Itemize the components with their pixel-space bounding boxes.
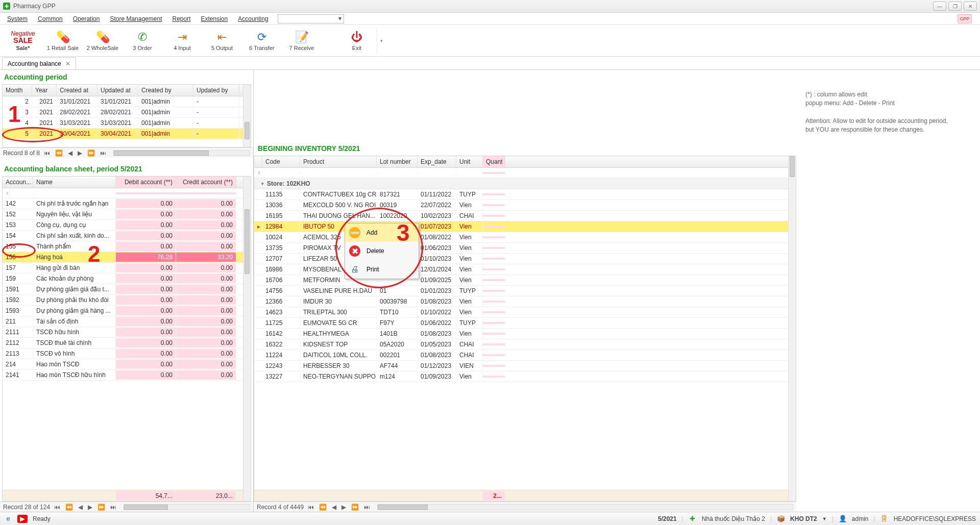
balance-row[interactable]: 157Hàng gửi đi bán0.000.00 <box>3 263 251 273</box>
balance-row[interactable]: 2112TSCĐ thuê tài chính0.000.00 <box>3 338 251 348</box>
inventory-row[interactable]: 16195THAI DUONG GEL HAN...1002202010/02/… <box>254 211 796 221</box>
balance-filter-row[interactable]: ♀ <box>3 188 251 198</box>
nav-prev[interactable]: ◀ <box>331 504 337 511</box>
nav-first[interactable]: ⏮ <box>43 149 51 157</box>
inventory-row[interactable]: 12243HERBESSER 30AF74401/12/2023VIEN <box>254 361 796 371</box>
nav-prevpage[interactable]: ⏪ <box>64 504 74 511</box>
inventory-grid[interactable]: Code Product Lot number Exp_date Unit Qu… <box>254 156 796 502</box>
inventory-filter-row[interactable]: ♀ <box>254 168 796 178</box>
inventory-row[interactable]: 14756VASELINE PURE H.DAU0101/01/2023TUYP <box>254 286 796 296</box>
maximize-button[interactable]: ❐ <box>948 2 962 11</box>
nav-first[interactable]: ⏮ <box>53 504 61 511</box>
sale-button[interactable]: Negative SALE Sale* <box>3 26 43 56</box>
collapse-icon[interactable]: ▾ <box>261 181 264 186</box>
col-updatedby[interactable]: Updated by <box>193 85 239 96</box>
ctx-print[interactable]: 🖨 Print <box>345 260 419 279</box>
balance-row[interactable]: 214Hao mòn TSCĐ0.000.00 <box>3 359 251 370</box>
col-exp[interactable]: Exp_date <box>418 156 456 167</box>
col-createdby[interactable]: Created by <box>138 85 193 96</box>
balance-row[interactable]: 2141Hao mòn TSCĐ hữu hình0.000.00 <box>3 370 251 381</box>
balance-row[interactable]: 154Chi phí sản xuất, kinh do...0.000.00 <box>3 231 251 241</box>
menu-report[interactable]: Report <box>167 14 195 24</box>
nav-nextpage[interactable]: ⏩ <box>350 504 360 511</box>
ie-icon[interactable]: e <box>4 515 12 523</box>
nav-next[interactable]: ▶ <box>340 504 347 511</box>
inventory-hscroll[interactable] <box>377 504 793 510</box>
col-account[interactable]: Accoun... <box>3 177 33 188</box>
balance-row[interactable]: 153Công cụ, dụng cụ0.000.00 <box>3 220 251 231</box>
period-grid[interactable]: Month Year Created at Updated at Created… <box>2 84 251 147</box>
menu-system[interactable]: System <box>2 14 33 24</box>
menu-common[interactable]: Common <box>33 14 68 24</box>
nav-first[interactable]: ⏮ <box>307 504 315 511</box>
youtube-icon[interactable]: ▶ <box>17 515 28 523</box>
inventory-row[interactable]: 13735PIROMAX TV01/06/2023Vien <box>254 243 796 254</box>
col-code[interactable]: Code <box>262 156 300 167</box>
menu-accounting[interactable]: Accounting <box>233 14 273 24</box>
nav-prev[interactable]: ◀ <box>77 504 84 511</box>
inventory-row[interactable]: 11224DAITICOL 10ML COLL.00220101/08/2023… <box>254 350 796 361</box>
inventory-row[interactable]: 14623TRILEPTAL 300TDT1001/10/2022Vien <box>254 307 796 318</box>
nav-nextpage[interactable]: ⏩ <box>96 504 106 511</box>
col-year[interactable]: Year <box>32 85 57 96</box>
col-updated[interactable]: Updated at <box>97 85 138 96</box>
balance-row[interactable]: 2111TSCĐ hữu hình0.000.00 <box>3 327 251 338</box>
nav-prevpage[interactable]: ⏪ <box>54 149 64 157</box>
inventory-row[interactable]: 13227NEO-TERGYNAN SUPPO.m12401/09/2023Vi… <box>254 371 796 382</box>
col-created[interactable]: Created at <box>57 85 97 96</box>
period-row[interactable]: 2202131/01/202131/01/2021001|admin- <box>3 96 251 107</box>
balance-row[interactable]: 159Các khoản dự phòng0.000.00 <box>3 273 251 284</box>
transfer-button[interactable]: ⟳ 6 Transfer <box>242 26 282 56</box>
period-row[interactable]: 3202128/02/202128/02/2021001|admin- <box>3 107 251 118</box>
nav-last[interactable]: ⏭ <box>363 504 371 511</box>
output-button[interactable]: ⇤ 5 Output <box>202 26 242 56</box>
col-credit[interactable]: Credit account (**) <box>176 177 236 188</box>
toolbar-overflow[interactable]: ▾ <box>377 28 386 54</box>
input-button[interactable]: ⇥ 4 Input <box>162 26 202 56</box>
col-product[interactable]: Product <box>300 156 377 167</box>
menu-operation[interactable]: Operation <box>68 14 105 24</box>
nav-last[interactable]: ⏭ <box>99 149 107 157</box>
nav-prevpage[interactable]: ⏪ <box>318 504 328 511</box>
balance-row[interactable]: 155Thành phẩm0.000.00 <box>3 241 251 252</box>
inventory-row[interactable]: 16706METFORMIN01/09/2025Vien <box>254 275 796 286</box>
inventory-row[interactable]: 16142HEALTHYMEGA1401B01/08/2023Vien <box>254 329 796 339</box>
inventory-row[interactable]: ▸12984IBUTOP 5000072001/07/2023Vien <box>254 221 796 232</box>
nav-last[interactable]: ⏭ <box>109 504 117 511</box>
col-unit[interactable]: Unit <box>456 156 483 167</box>
balance-row[interactable]: 156Hàng hoá76.2833.20 <box>3 252 251 263</box>
order-button[interactable]: ✆ 3 Order <box>122 26 162 56</box>
col-lot[interactable]: Lot number <box>377 156 418 167</box>
inventory-row[interactable]: 11725EUMOVATE 5G CRF97Y01/06/2022TUYP <box>254 318 796 329</box>
ctx-delete[interactable]: ✖ Delete <box>345 242 419 260</box>
receive-button[interactable]: 📝 7 Receive <box>282 26 322 56</box>
balance-row[interactable]: 1592Dự phòng phải thu khó đòi0.000.00 <box>3 295 251 306</box>
exit-button[interactable]: ⏻ Exit <box>337 26 377 56</box>
ctx-add[interactable]: new Add <box>345 223 419 242</box>
store-group-row[interactable]: ▾ Store: 102KHO <box>254 178 796 189</box>
wholesale-button[interactable]: 💊 2 WholeSale <box>83 26 122 56</box>
inventory-row[interactable]: 12707LIFEZAR 5001/10/2023Vien <box>254 254 796 264</box>
nav-next[interactable]: ▶ <box>87 504 93 511</box>
inventory-row[interactable]: 10024ACEMOL 32501/08/2022Vien <box>254 232 796 243</box>
tab-close-icon[interactable]: ✕ <box>65 60 70 67</box>
col-month[interactable]: Month <box>3 85 32 96</box>
balance-row[interactable]: 152Nguyên liệu, vật liệu0.000.00 <box>3 209 251 220</box>
balance-row[interactable]: 1591Dự phòng giảm giá đầu t...0.000.00 <box>3 284 251 295</box>
balance-row[interactable]: 211Tài sản cố định0.000.00 <box>3 316 251 327</box>
balance-vscroll[interactable] <box>243 177 251 501</box>
balance-row[interactable]: 142Chi phí trả trước ngắn hạn0.000.00 <box>3 198 251 209</box>
col-name[interactable]: Name <box>33 177 116 188</box>
retail-sale-button[interactable]: 💊 1 Retail Sale <box>43 26 83 56</box>
menu-store[interactable]: Store Management <box>105 14 167 24</box>
tab-accounting-balance[interactable]: Accounting balance ✕ <box>2 57 76 69</box>
balance-grid[interactable]: Accoun... Name Debit account (**) Credit… <box>2 176 251 502</box>
inventory-row[interactable]: 13036MEXCOLD 500 V. NG ROI0031922/07/202… <box>254 200 796 211</box>
inventory-row[interactable]: 11135CONTRACTUBEX 10g CR.81732101/11/202… <box>254 189 796 200</box>
balance-row[interactable]: 1593Dự phòng giảm giá hàng ...0.000.00 <box>3 306 251 316</box>
period-row[interactable]: 5202130/04/202130/04/2021001|admin- <box>3 129 251 139</box>
nav-prev[interactable]: ◀ <box>67 149 74 157</box>
period-row[interactable]: 4202131/03/202131/03/2021001|admin- <box>3 118 251 129</box>
period-vscroll[interactable] <box>243 85 251 147</box>
balance-row[interactable]: 2113TSCĐ vô hình0.000.00 <box>3 348 251 359</box>
